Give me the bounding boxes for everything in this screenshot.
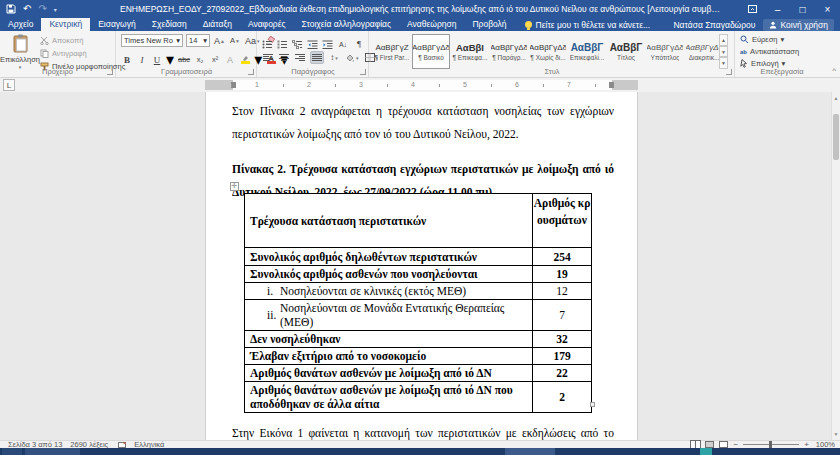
gallery-up-icon[interactable]: ▲ [719,34,728,46]
replace-button[interactable]: ab Αντικατάσταση [740,47,799,56]
proofing-errors-icon[interactable] [118,442,126,448]
minimize-button[interactable]: – [765,0,790,18]
underline-button[interactable]: U [151,53,163,66]
ribbon-display-options-icon[interactable] [740,0,765,18]
styles-group-label: Στυλ [370,67,734,76]
style-item[interactable]: ΑαΒβΓΤίτλος [607,34,645,69]
align-left-button[interactable] [262,51,274,64]
grow-font-button[interactable]: A▲ [213,34,226,47]
collapse-ribbon-button[interactable]: ^ [832,66,836,75]
taskbar-app-icon[interactable] [700,448,712,455]
font-dialog-launcher[interactable] [248,69,254,75]
show-paragraph-marks-button[interactable]: ¶ [353,38,365,51]
style-item[interactable]: ΑαΒβΓγΔδΥπότιτλος [646,34,684,69]
qat-customize-icon[interactable]: ▾ [54,6,57,13]
highlight-button[interactable] [239,53,251,66]
read-mode-view-button[interactable] [691,441,700,448]
style-preview: ΑαΒβΓγΖ [375,42,408,54]
table-move-handle[interactable]: ✛ [230,182,239,191]
style-label: ¶ Παράγρ... [492,54,526,61]
quick-access-toolbar: ↶ ↷ ▾ [6,2,57,16]
table-row: Αριθμός θανάτων ασθενών με λοίμωξη από ι… [245,381,591,412]
undo-icon[interactable]: ↶ [23,4,31,14]
table-cell-value: 254 [533,248,591,265]
taskbar-app-icon[interactable] [505,448,555,455]
tab-Αρχείο[interactable]: Αρχείο [0,18,41,31]
style-item[interactable]: ΑαΒβΓγΔδΔιακριτικ... [685,34,723,69]
editing-group: Εύρεση▾ ab Αντικατάσταση Επιλογή▾ Επεξερ… [736,31,828,77]
tab-Αναφορές[interactable]: Αναφορές [240,18,294,31]
title-bar: ↶ ↷ ▾ ΕΝΗΜΕΡΩΣΗ_ΕΟΔΥ_27092022_Εβδομαδιαί… [0,0,840,18]
ruler-row: L 1234567 [0,78,840,92]
style-label: ¶ Βασικό [418,54,444,61]
italic-button[interactable]: I [136,53,148,66]
share-button[interactable]: Κοινή χρήση [763,19,834,31]
bold-button[interactable]: B [121,53,133,66]
zoom-out-button[interactable]: − [733,441,738,448]
scroll-up-icon[interactable]: ▲ [832,93,840,103]
clipboard-dialog-launcher[interactable] [107,69,113,75]
ribbon-tabs: ΑρχείοΚεντρικήΕισαγωγήΣχεδίασηΔιάταξηΑνα… [0,18,515,31]
align-center-button[interactable] [278,51,290,64]
tab-Σχεδίαση[interactable]: Σχεδίαση [144,18,195,31]
zoom-in-button[interactable]: + [804,441,809,448]
zoom-slider[interactable] [743,441,799,448]
tab-Προβολή[interactable]: Προβολή [464,18,514,31]
data-table: Τρέχουσα κατάσταση περιστατικών Αριθμός … [244,193,592,413]
style-item[interactable]: ΑαΒβΙ¶ Επικεφα... [451,34,489,69]
window-title: ΕΝΗΜΕΡΩΣΗ_ΕΟΔΥ_27092022_Εβδομαδιαία έκθε… [120,0,720,18]
taskbar-search-box[interactable] [25,448,80,455]
tab-Στοιχεία αλληλογραφίας[interactable]: Στοιχεία αλληλογραφίας [294,18,400,31]
maximize-button[interactable]: □ [790,0,815,18]
tab-Αναθεώρηση[interactable]: Αναθεώρηση [399,18,464,31]
document-page[interactable]: Στον Πίνακα 2 αναγράφεται η τρέχουσα κατ… [205,92,638,440]
subscript-button[interactable]: x₂ [194,53,206,66]
sort-button[interactable]: Α↓ [337,38,349,51]
text-effects-button: A [224,53,236,66]
justify-button[interactable] [310,51,324,64]
strikethrough-button[interactable]: abc [177,53,191,66]
styles-dialog-launcher[interactable] [726,69,732,75]
table-row: Συνολικός αριθμός δηλωθέντων περιστατικώ… [245,248,591,265]
style-item[interactable]: ΑαΒβΓγΔδ¶ Χωρίς δι... [529,34,567,69]
style-label: Επικεφαλί... [570,54,605,61]
page-indicator[interactable]: Σελίδα 3 από 13 [8,441,62,448]
taskbar-start-button[interactable] [2,448,22,455]
close-button[interactable]: × [815,0,840,18]
word-count[interactable]: 2690 λέξεις [70,441,108,448]
web-layout-view-button[interactable] [719,441,728,448]
zoom-slider-thumb[interactable] [769,441,772,448]
paragraph-group: Α↓ ¶ ↕▾ ▾ ▾ Παράγραφος [258,31,369,77]
superscript-button[interactable]: x² [209,53,221,66]
right-indent-marker[interactable] [609,82,614,88]
tab-Διάταξη[interactable]: Διάταξη [195,18,240,31]
save-icon[interactable] [6,0,16,18]
shrink-font-button[interactable]: A▼ [229,34,241,47]
scroll-down-icon[interactable]: ▼ [832,429,840,439]
align-right-button[interactable] [294,51,306,64]
style-item[interactable]: ΑαΒβΓΕπικεφαλί... [568,34,606,69]
scrollbar-thumb[interactable] [833,114,839,160]
print-layout-view-button[interactable] [705,441,714,448]
style-preview: ΑαΒβΙ [456,42,484,54]
gallery-down-icon[interactable]: ▼ [719,46,728,58]
font-size-combobox[interactable]: 14▾ [186,34,210,47]
style-label: Διακριτικ... [689,54,720,61]
tell-me-box[interactable]: Πείτε μου τι θέλετε να κάνετε... [525,18,651,31]
paragraph-dialog-launcher[interactable] [360,69,366,75]
style-item[interactable]: ΑαΒβΓγΔδ¶ Παράγρ... [490,34,528,69]
find-button[interactable]: Εύρεση▾ [740,35,799,44]
shading-button[interactable]: ▾ [344,51,360,64]
vertical-scrollbar[interactable]: ▲ ▼ [831,92,840,440]
table-resize-handle[interactable] [590,402,595,407]
tab-Εισαγωγή[interactable]: Εισαγωγή [90,18,144,31]
style-item[interactable]: ΑαΒβΓγΖ¶ First Par... [373,34,411,69]
user-name[interactable]: Νατάσα Σπαγαδώρου [673,20,755,30]
line-spacing-button[interactable]: ↕▾ [328,51,340,64]
zoom-percentage[interactable]: 100% [816,441,835,448]
language-indicator[interactable]: Ελληνικά [134,441,164,448]
tab-selector[interactable]: L [3,79,15,91]
font-family-combobox[interactable]: Times New Ro▾ [121,34,183,47]
tab-Κεντρική[interactable]: Κεντρική [41,18,90,31]
style-item[interactable]: ΑαΒβΓγΔδ¶ Βασικό [412,34,450,69]
